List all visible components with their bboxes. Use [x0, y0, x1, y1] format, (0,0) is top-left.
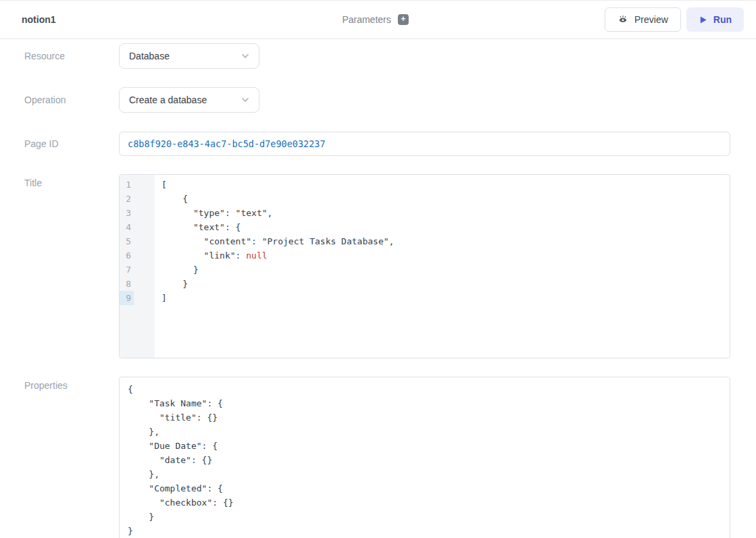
- line-number: 6: [120, 248, 134, 263]
- preview-button[interactable]: Preview: [605, 7, 681, 32]
- operation-value: Create a database: [129, 95, 207, 105]
- preview-label: Preview: [634, 14, 668, 25]
- line-number: 9: [120, 291, 134, 305]
- resource-label: Resource: [0, 51, 119, 61]
- code-line: {: [161, 192, 724, 206]
- properties-label: Properties: [0, 377, 119, 391]
- properties-json-text: { "Task Name": { "title": {} }, "Due Dat…: [128, 382, 722, 538]
- plus-icon[interactable]: +: [398, 14, 409, 25]
- header-actions: Preview Run: [605, 7, 744, 32]
- operation-select[interactable]: Create a database: [119, 87, 259, 113]
- code-line: }: [161, 263, 724, 277]
- line-number: 7: [120, 263, 134, 277]
- page-id-row: Page ID: [0, 132, 756, 156]
- play-icon: [699, 16, 707, 24]
- line-number: 4: [120, 220, 134, 234]
- title-code-editor[interactable]: 123456789 [ { "type": "text", "text": { …: [119, 174, 730, 358]
- parameters-panel: Resource Database Operation Create a dat…: [0, 43, 756, 538]
- line-number: 2: [120, 192, 134, 206]
- chevron-down-icon: [241, 51, 250, 61]
- code-line: "text": {: [161, 220, 724, 234]
- node-detail-view: { "header": { "title": "notion1", "tab_l…: [0, 0, 756, 538]
- code-content: [ { "type": "text", "text": { "content":…: [155, 175, 730, 358]
- eye-icon: [618, 14, 628, 25]
- line-number: 5: [120, 234, 134, 248]
- panel-header: notion1 Parameters + Preview: [0, 1, 756, 39]
- tab-bar: Parameters +: [342, 1, 408, 38]
- line-number: 1: [120, 178, 134, 192]
- line-number: 8: [120, 277, 134, 291]
- operation-row: Operation Create a database: [0, 87, 756, 113]
- tab-parameters[interactable]: Parameters: [342, 14, 390, 25]
- code-line: [: [161, 178, 724, 192]
- chevron-down-icon: [241, 95, 250, 105]
- code-line: ]: [161, 291, 724, 305]
- resource-row: Resource Database: [0, 43, 756, 69]
- operation-label: Operation: [0, 95, 119, 105]
- properties-editor[interactable]: { "Task Name": { "title": {} }, "Due Dat…: [119, 377, 730, 538]
- code-line: "type": "text",: [161, 206, 724, 220]
- node-name[interactable]: notion1: [22, 14, 56, 25]
- title-label: Title: [0, 174, 119, 188]
- properties-row: Properties { "Task Name": { "title": {} …: [0, 377, 756, 538]
- resource-select[interactable]: Database: [119, 43, 259, 69]
- title-row: Title 123456789 [ { "type": "text", "tex…: [0, 174, 756, 358]
- code-line: "link": null: [161, 248, 724, 263]
- page-id-input[interactable]: [119, 132, 730, 156]
- resource-value: Database: [129, 51, 170, 61]
- run-button[interactable]: Run: [686, 7, 744, 32]
- page-id-label: Page ID: [0, 138, 119, 149]
- line-number-gutter: 123456789: [120, 175, 155, 358]
- line-number: 3: [120, 206, 134, 220]
- run-label: Run: [713, 14, 732, 25]
- code-line: "content": "Project Tasks Database",: [161, 234, 724, 248]
- code-line: }: [161, 277, 724, 291]
